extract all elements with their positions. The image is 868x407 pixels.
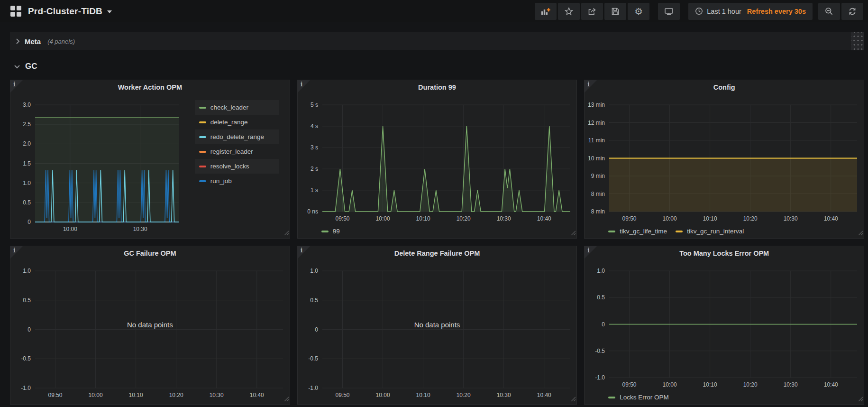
y-axis-label: -0.5 xyxy=(21,355,31,362)
row-gc[interactable]: GC xyxy=(10,57,864,76)
time-range-picker[interactable]: Last 1 hour Refresh every 30s xyxy=(688,3,813,20)
top-header-bar: Prd-Cluster-TiDB xyxy=(0,0,868,22)
refresh-interval-label: Refresh every 30s xyxy=(747,8,806,15)
zoom-out-button[interactable] xyxy=(818,3,840,20)
tv-mode-button[interactable] xyxy=(658,3,680,20)
y-axis-label: 0.5 xyxy=(597,294,605,301)
row-drag-handle[interactable] xyxy=(851,32,864,50)
legend-item[interactable]: redo_delete_range xyxy=(195,130,279,144)
info-icon: i xyxy=(301,81,303,88)
legend-item[interactable]: register_leader xyxy=(195,144,279,159)
legend-label: check_leader xyxy=(210,104,248,111)
legend-swatch xyxy=(199,136,206,138)
panel-resize-handle[interactable] xyxy=(571,395,576,403)
info-icon: i xyxy=(13,247,16,254)
settings-button[interactable]: ⚙ xyxy=(628,3,649,20)
legend-label: redo_delete_range xyxy=(210,133,264,140)
refresh-button[interactable] xyxy=(841,3,863,20)
y-axis-label: 13 min xyxy=(588,102,605,108)
legend: check_leaderdelete_rangeredo_delete_rang… xyxy=(195,100,279,188)
panel-info-corner[interactable]: i xyxy=(10,246,23,259)
add-panel-button[interactable] xyxy=(535,3,557,20)
row-meta[interactable]: Meta (4 panels) xyxy=(10,32,864,50)
chart-svg: 1.00.50-0.5-1.009:5010:0010:1010:2010:30… xyxy=(585,260,864,404)
series-fill-tikv_gc_run_interval xyxy=(609,158,857,212)
panel-title[interactable]: Worker Action OPM xyxy=(10,80,290,94)
legend-swatch xyxy=(199,180,206,182)
clock-icon xyxy=(695,7,703,15)
panel: i Config 13 min12 min11 min10 min9 min8 … xyxy=(584,80,864,239)
legend-item[interactable]: Locks Error OPM xyxy=(608,394,669,401)
tv-mode-icon xyxy=(664,7,674,16)
x-axis-label: 10:00 xyxy=(663,381,677,388)
x-axis-label: 10:40 xyxy=(250,392,264,398)
panel-resize-handle[interactable] xyxy=(284,229,289,237)
x-axis-label: 09:50 xyxy=(622,215,637,222)
panel-resize-handle[interactable] xyxy=(284,395,289,403)
resize-corner-icon xyxy=(284,397,289,401)
legend-item[interactable]: run_job xyxy=(195,174,279,188)
panel-resize-handle[interactable] xyxy=(858,229,863,237)
time-range-label: Last 1 hour xyxy=(707,8,741,15)
legend-item[interactable]: check_leader xyxy=(195,100,279,115)
y-axis-label: -0.5 xyxy=(308,355,318,362)
x-axis-label: 10:20 xyxy=(456,392,470,398)
y-axis-label: 0.5 xyxy=(23,199,31,206)
legend-item[interactable]: tikv_gc_life_time xyxy=(608,228,667,235)
y-axis-label: 1.0 xyxy=(310,268,318,274)
chart-area[interactable]: 5 s4 s3 s2 s1 s0 ns09:5010:0010:1010:201… xyxy=(298,94,577,238)
row-meta-panel-count: (4 panels) xyxy=(47,38,75,45)
panel-resize-handle[interactable] xyxy=(858,395,863,403)
chart-area[interactable]: 13 min12 min11 min10 min9 min8 min8 min0… xyxy=(585,94,864,238)
resize-corner-icon xyxy=(858,397,863,401)
panel-title[interactable]: Delete Range Failure OPM xyxy=(298,246,577,260)
chevron-down-icon[interactable] xyxy=(107,10,112,13)
legend-swatch xyxy=(199,121,206,123)
y-axis-label: 1.0 xyxy=(23,180,31,186)
panel-info-corner[interactable]: i xyxy=(585,80,597,92)
x-axis-label: 10:30 xyxy=(496,215,511,222)
legend-item[interactable]: tikv_gc_run_interval xyxy=(676,228,744,235)
legend-item[interactable]: delete_range xyxy=(195,115,279,130)
y-axis-label: 2 s xyxy=(311,166,318,172)
x-axis-label: 10:40 xyxy=(537,215,551,222)
legend-label: delete_range xyxy=(210,119,248,126)
x-axis-label: 09:50 xyxy=(335,215,349,222)
panel-resize-handle[interactable] xyxy=(571,229,576,237)
chart-area[interactable]: 1.00.50-0.5-1.009:5010:0010:1010:2010:30… xyxy=(10,260,290,404)
x-axis-label: 10:20 xyxy=(169,392,183,398)
x-axis-label: 10:20 xyxy=(743,381,758,388)
legend-item[interactable]: resolve_locks xyxy=(195,159,279,174)
panel-info-corner[interactable]: i xyxy=(298,246,310,259)
x-axis-label: 09:50 xyxy=(335,392,349,398)
chart-area[interactable]: 1.00.50-0.5-1.009:5010:0010:1010:2010:30… xyxy=(585,260,864,404)
y-axis-label: 3 s xyxy=(311,144,318,151)
chart-area[interactable]: 1.00.50-0.5-1.009:5010:0010:1010:2010:30… xyxy=(298,260,577,404)
save-button[interactable] xyxy=(604,3,626,20)
chevron-down-icon xyxy=(14,65,20,69)
panel-info-corner[interactable]: i xyxy=(10,80,23,92)
series-fill-check_leader xyxy=(35,118,179,222)
legend-item[interactable]: 99 xyxy=(321,228,340,235)
y-axis-label: 1.0 xyxy=(597,268,605,274)
panel-title[interactable]: Too Many Locks Error OPM xyxy=(585,246,864,260)
y-axis-label: 8 min xyxy=(591,191,605,197)
star-button[interactable] xyxy=(558,3,580,20)
share-button[interactable] xyxy=(581,3,603,20)
legend: Locks Error OPM xyxy=(608,394,669,401)
legend-swatch xyxy=(676,231,683,232)
dashboard-title[interactable]: Prd-Cluster-TiDB xyxy=(28,6,102,17)
panel-info-corner[interactable]: i xyxy=(298,80,310,92)
resize-corner-icon xyxy=(858,231,863,235)
y-axis-label: -1.0 xyxy=(595,374,605,381)
x-axis-label: 10:10 xyxy=(703,381,717,388)
panel-title[interactable]: GC Failure OPM xyxy=(10,246,290,260)
panel-title[interactable]: Config xyxy=(585,80,864,94)
save-icon xyxy=(611,7,620,16)
panel: i GC Failure OPM 1.00.50-0.5-1.009:5010:… xyxy=(10,246,290,405)
panel: i Delete Range Failure OPM 1.00.50-0.5-1… xyxy=(297,246,577,405)
dashboard-grid-icon[interactable] xyxy=(10,6,21,17)
panel-title[interactable]: Duration 99 xyxy=(298,80,577,94)
y-axis-label: 4 s xyxy=(311,123,318,130)
panel-info-corner[interactable]: i xyxy=(585,246,597,259)
